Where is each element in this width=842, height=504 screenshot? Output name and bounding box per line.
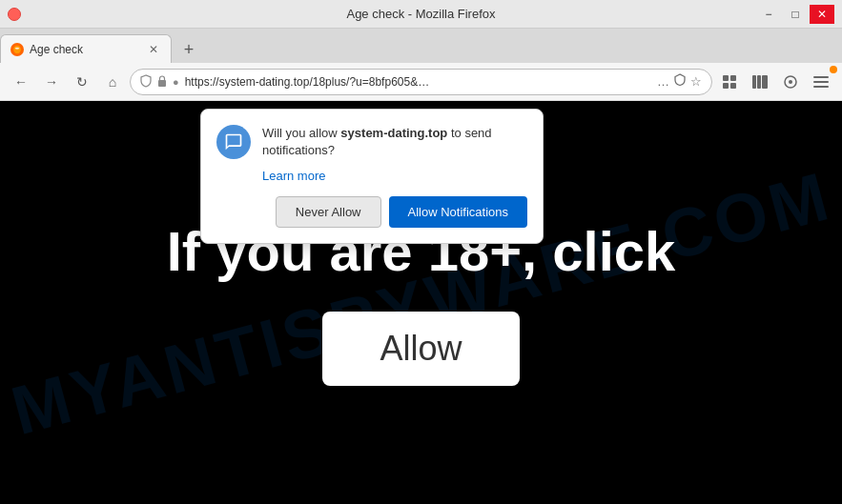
minimize-button[interactable]: − [756, 5, 781, 24]
url-text: https://system-dating.top/18plus/?u=8bfp… [185, 75, 651, 89]
svg-rect-2 [723, 75, 729, 81]
allow-page-button[interactable]: Allow [322, 312, 519, 386]
never-allow-button[interactable]: Never Allow [276, 196, 381, 228]
close-traffic-light[interactable] [8, 8, 21, 21]
tab-favicon [10, 43, 24, 56]
popup-chat-icon [216, 125, 251, 159]
svg-rect-5 [730, 83, 736, 89]
reload-button[interactable]: ↻ [69, 69, 95, 95]
active-tab[interactable]: Age check ✕ [0, 34, 172, 63]
window-controls: − □ ✕ [756, 5, 834, 24]
allow-notifications-button[interactable]: Allow Notifications [389, 196, 528, 228]
close-button[interactable]: ✕ [810, 5, 834, 24]
svg-rect-11 [813, 76, 829, 78]
popup-site-name: system-dating.top [340, 126, 447, 140]
svg-rect-1 [158, 80, 166, 87]
tab-title: Age check [30, 43, 140, 56]
svg-point-10 [789, 80, 792, 84]
svg-rect-7 [757, 75, 761, 89]
forward-button[interactable]: → [38, 69, 65, 95]
extensions-button[interactable] [716, 69, 743, 95]
svg-rect-13 [813, 86, 829, 88]
svg-rect-4 [723, 83, 729, 89]
svg-rect-8 [762, 75, 768, 89]
notifications-container [808, 69, 834, 95]
page-content-area: MYANTISPYWARE.COM If you are 18+, click … [0, 101, 842, 504]
sync-button[interactable] [777, 69, 804, 95]
share-icon: ● [173, 76, 179, 88]
titlebar-left [8, 8, 21, 21]
tab-close-button[interactable]: ✕ [146, 42, 161, 57]
bookmark-icon[interactable]: ☆ [690, 74, 702, 89]
address-bar-right: … ☆ [657, 73, 702, 90]
popup-buttons: Never Allow Allow Notifications [216, 196, 527, 228]
popup-message: Will you allow system-dating.top to send… [262, 125, 527, 159]
back-button[interactable]: ← [8, 69, 34, 95]
titlebar: Age check - Mozilla Firefox − □ ✕ [0, 0, 842, 29]
new-tab-button[interactable]: + [175, 36, 202, 63]
address-bar[interactable]: ● https://system-dating.top/18plus/?u=8b… [130, 69, 712, 95]
notification-dot [830, 66, 837, 73]
svg-rect-12 [813, 81, 829, 83]
library-button[interactable] [747, 69, 773, 95]
popup-message-prefix: Will you allow [262, 126, 340, 140]
maximize-button[interactable]: □ [783, 5, 808, 24]
security-icon [140, 74, 152, 90]
navbar: ← → ↻ ⌂ ● https://system-dating.top/18pl… [0, 63, 842, 101]
notification-popup: Will you allow system-dating.top to send… [200, 109, 544, 244]
window-title: Age check - Mozilla Firefox [346, 7, 495, 21]
more-icon[interactable]: … [657, 74, 669, 89]
svg-rect-6 [752, 75, 756, 89]
shield-icon [673, 73, 687, 90]
home-button[interactable]: ⌂ [99, 69, 126, 95]
tabbar: Age check ✕ + [0, 29, 842, 63]
navbar-right [716, 69, 834, 95]
learn-more-link[interactable]: Learn more [262, 169, 325, 183]
lock-icon [157, 75, 167, 89]
svg-rect-3 [730, 75, 736, 81]
popup-header: Will you allow system-dating.top to send… [216, 125, 527, 159]
